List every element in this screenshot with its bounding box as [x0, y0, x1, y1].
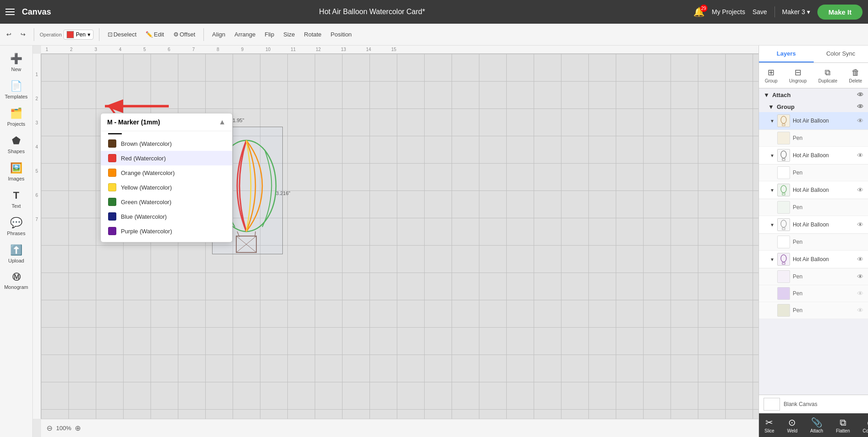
weld-label: Weld: [787, 428, 798, 433]
layer-item[interactable]: ▼ Hot Air Balloon 👁: [759, 216, 868, 234]
app-title: Canvas: [22, 7, 51, 17]
rotate-button[interactable]: Rotate: [301, 29, 324, 40]
sidebar-item-phrases[interactable]: 💬 Phrases: [2, 213, 31, 240]
tab-color-sync[interactable]: Color Sync: [814, 46, 868, 62]
size-button[interactable]: Size: [281, 29, 297, 40]
group-header[interactable]: ▼ Group 👁: [759, 100, 868, 112]
deselect-button[interactable]: ⊡ Deselect: [105, 29, 140, 40]
text-icon: T: [13, 190, 19, 201]
layer-name: Hot Air Balloon: [793, 152, 854, 159]
dropdown-selected-value: M - Marker (1mm): [107, 118, 160, 126]
contour-label: Contour: [863, 428, 868, 433]
layer-expand-icon: ▼: [770, 188, 774, 193]
flatten-button[interactable]: ⧉ Flatten: [831, 416, 856, 435]
pen-label: Pen: [793, 273, 802, 280]
pen-eye-icon[interactable]: 👁: [857, 273, 863, 280]
slice-button[interactable]: ✂ Slice: [759, 415, 780, 435]
toolbar-separator-2: [99, 28, 99, 41]
layer-eye-icon[interactable]: 👁: [857, 117, 863, 124]
layer-eye-icon[interactable]: 👁: [857, 186, 863, 194]
group-button[interactable]: ⊞ Group: [761, 66, 781, 85]
redo-button[interactable]: ↪: [18, 29, 28, 40]
layer-thumbnail: [777, 114, 790, 127]
zoom-out-button[interactable]: ⊖: [47, 424, 52, 432]
main-area: ➕ New 📄 Templates 🗂️ Projects ⬟ Shapes 🖼…: [0, 46, 868, 437]
ungroup-button[interactable]: ⊟ Ungroup: [785, 66, 810, 85]
color-item-blue[interactable]: Blue (Watercolor): [101, 209, 232, 224]
color-item-orange[interactable]: Orange (Watercolor): [101, 165, 232, 180]
pen-eye-icon[interactable]: 👁: [857, 290, 863, 297]
undo-button[interactable]: ↩: [4, 29, 14, 40]
layer-item[interactable]: ▼ Hot Air Balloon 👁: [759, 112, 868, 130]
color-item-red[interactable]: Red (Watercolor): [101, 151, 232, 165]
layer-eye-icon[interactable]: 👁: [857, 152, 863, 159]
duplicate-button[interactable]: ⧉ Duplicate: [815, 66, 841, 85]
sidebar-item-text[interactable]: T Text: [2, 186, 31, 212]
pen-item: Pen: [759, 130, 868, 147]
arrange-button[interactable]: Arrange: [232, 29, 258, 40]
sidebar-item-projects[interactable]: 🗂️ Projects: [2, 104, 31, 130]
offset-button[interactable]: ⚙ Offset: [171, 29, 198, 40]
color-dropdown[interactable]: M - Marker (1mm) ▲ Brown (Watercolor) Re…: [100, 113, 233, 242]
contour-button[interactable]: ◎ Contour: [857, 415, 868, 435]
color-item-green[interactable]: Green (Watercolor): [101, 195, 232, 209]
shapes-icon: ⬟: [12, 135, 21, 147]
offset-icon: ⚙: [173, 31, 179, 38]
menu-button[interactable]: [5, 9, 15, 15]
pen-item: Pen: [759, 199, 868, 216]
phrases-icon: 💬: [10, 217, 22, 229]
layer-eye-icon[interactable]: 👁: [857, 256, 863, 263]
sidebar-item-new[interactable]: ➕ New: [2, 49, 31, 76]
group-eye-icon[interactable]: 👁: [857, 103, 863, 110]
make-it-button[interactable]: Make It: [817, 5, 863, 20]
operation-select[interactable]: Pen ▾: [63, 30, 93, 40]
dropdown-close-icon[interactable]: ▲: [218, 118, 226, 126]
attach-header[interactable]: ▼ Attach 👁: [759, 88, 868, 100]
delete-button[interactable]: 🗑 Delete: [845, 66, 866, 85]
tab-layers[interactable]: Layers: [759, 46, 814, 62]
sidebar-item-templates[interactable]: 📄 Templates: [2, 77, 31, 103]
svg-rect-11: [782, 124, 785, 126]
my-projects-button[interactable]: My Projects: [712, 8, 745, 15]
flip-button[interactable]: Flip: [262, 29, 277, 40]
dropdown-header[interactable]: M - Marker (1mm) ▲: [101, 113, 232, 131]
layer-thumbnail: [777, 253, 790, 266]
save-button[interactable]: Save: [753, 8, 767, 15]
operation-dropdown-arrow: ▾: [88, 31, 90, 38]
sidebar-item-monogram[interactable]: Ⓜ Monogram: [2, 268, 31, 293]
color-item-purple[interactable]: Purple (Watercolor): [101, 224, 232, 238]
layer-item[interactable]: ▼ Hot Air Balloon 👁: [759, 181, 868, 199]
attach-expand-icon: ▼: [764, 92, 769, 98]
position-button[interactable]: Position: [328, 29, 354, 40]
bell-button[interactable]: 🔔 29: [693, 6, 705, 17]
zoom-in-button[interactable]: ⊕: [75, 424, 81, 432]
operation-value: Pen: [76, 31, 85, 38]
pen-item: Pen 👁: [759, 268, 868, 285]
layer-item[interactable]: ▼ Hot Air Balloon 👁: [759, 251, 868, 268]
pen-label: Pen: [793, 204, 802, 211]
color-item-brown[interactable]: Brown (Watercolor): [101, 136, 232, 151]
right-tools: ✂ Slice ⊙ Weld 📎 Attach ⧉ Flatten ◎ Cont…: [759, 413, 868, 437]
canvas-content[interactable]: 1.95" 3.216": [41, 54, 759, 419]
sidebar-item-shapes[interactable]: ⬟ Shapes: [2, 131, 31, 158]
layer-item[interactable]: ▼ Hot Air Balloon 👁: [759, 147, 868, 165]
edit-button[interactable]: ✏️ Edit: [143, 29, 166, 40]
canvas-grid: 1.95" 3.216": [41, 54, 759, 419]
weld-button[interactable]: ⊙ Weld: [782, 415, 803, 435]
color-label-orange: Orange (Watercolor): [121, 170, 175, 176]
svg-rect-17: [782, 228, 785, 230]
layer-eye-icon[interactable]: 👁: [857, 221, 863, 228]
sidebar-item-images[interactable]: 🖼️ Images: [2, 159, 31, 185]
toolbar-separator-3: [203, 28, 204, 41]
canvas-area[interactable]: 1 2 3 4 5 6 7 8 9 10 11 12 13 14 15 1 2 …: [33, 46, 759, 437]
align-button[interactable]: Align: [209, 29, 228, 40]
color-item-yellow[interactable]: Yellow (Watercolor): [101, 180, 232, 195]
layer-expand-icon: ▼: [770, 118, 774, 123]
pen-thumbnail: [777, 166, 790, 179]
attach-button[interactable]: 📎 Attach: [805, 415, 828, 435]
maker-button[interactable]: Maker 3 ▾: [782, 8, 811, 15]
sidebar-item-upload[interactable]: ⬆️ Upload: [2, 241, 31, 267]
pen-eye-icon[interactable]: 👁: [857, 307, 863, 314]
attach-eye-icon[interactable]: 👁: [857, 91, 863, 98]
left-sidebar: ➕ New 📄 Templates 🗂️ Projects ⬟ Shapes 🖼…: [0, 46, 33, 437]
